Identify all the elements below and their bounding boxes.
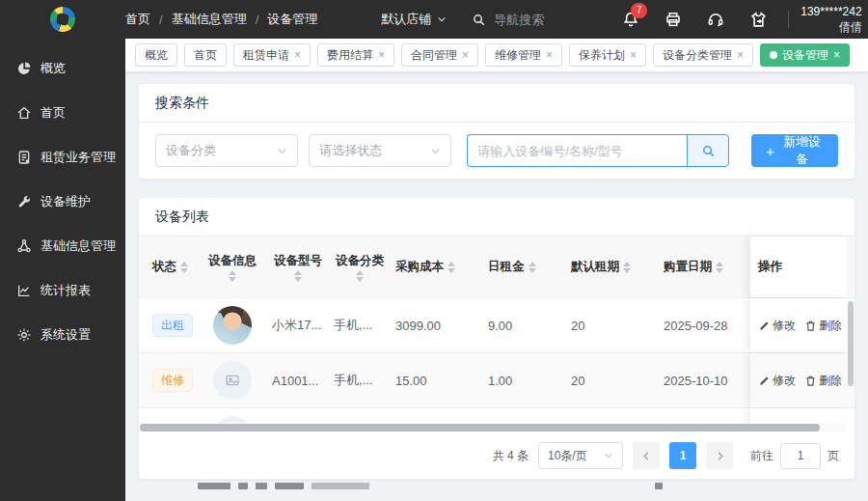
sidebar-item-base-info[interactable]: 基础信息管理 [0, 224, 125, 268]
col-status[interactable]: 状态 [139, 259, 203, 275]
sidebar-item-device-maintain[interactable]: 设备维护 [0, 180, 125, 224]
device-category-select[interactable]: 设备分类 [155, 134, 298, 167]
sort-carets-icon[interactable] [529, 262, 536, 273]
theme-switch-button[interactable] [749, 11, 768, 29]
sort-carets-icon[interactable] [294, 270, 302, 282]
horizontal-scrollbar[interactable] [139, 423, 847, 432]
cell-actions: 修改 删除 [750, 298, 847, 352]
user-info[interactable]: 139*****242 倩倩 [800, 4, 861, 35]
nav-search-input[interactable] [494, 13, 610, 27]
support-button[interactable] [707, 11, 724, 28]
sidebar-item-settings[interactable]: 系统设置 [0, 313, 125, 357]
close-icon[interactable]: × [294, 49, 301, 61]
select-placeholder: 设备分类 [166, 142, 216, 159]
sort-carets-icon[interactable] [623, 262, 631, 273]
page-content: 搜索条件 设备分类 请选择状态 [125, 72, 868, 501]
notifications-button[interactable]: 7 [622, 11, 639, 28]
sidebar-item-label: 租赁业务管理 [41, 149, 116, 166]
table-row[interactable]: 出租 iP...14 平板电... 4999.00 19.00 20 [139, 408, 854, 423]
col-label: 日租金 [488, 259, 525, 275]
scrollbar-thumb[interactable] [140, 424, 820, 431]
sort-carets-icon[interactable] [356, 270, 364, 282]
col-label: 默认租期 [571, 259, 619, 275]
page-number-button[interactable]: 1 [669, 442, 696, 469]
table-row[interactable]: 出租 小米17... 手机,... 3099.00 9.00 20 2025-0… [139, 298, 854, 353]
store-selector-label: 默认店铺 [381, 11, 431, 28]
delete-button[interactable]: 删除 [804, 373, 842, 389]
vertical-scrollbar-thumb[interactable] [848, 301, 854, 386]
col-label: 状态 [152, 259, 176, 275]
close-icon[interactable]: × [546, 49, 553, 61]
clipped-row-container: 出租 iP...14 平板电... 4999.00 19.00 20 [139, 408, 854, 423]
sort-carets-icon[interactable] [716, 262, 723, 273]
col-purchase-date[interactable]: 购置日期 [654, 259, 752, 275]
cell-default-period: 20 [561, 319, 654, 333]
col-device-category[interactable]: 设备分类 [324, 253, 386, 282]
notification-badge: 7 [631, 3, 647, 18]
goto-page: 前往 页 [750, 443, 839, 469]
sidebar-item-home[interactable]: 首页 [0, 91, 125, 135]
active-dot-icon [770, 51, 777, 59]
tab-home[interactable]: 首页 [184, 43, 227, 67]
close-icon[interactable]: × [378, 49, 385, 61]
pie-chart-icon [16, 61, 32, 76]
tab-contract-mgmt[interactable]: 合同管理× [401, 43, 478, 67]
col-default-period[interactable]: 默认租期 [561, 259, 654, 275]
prev-page-button[interactable] [633, 442, 660, 469]
tab-repair-mgmt[interactable]: 维修管理× [485, 43, 562, 67]
sidebar-item-rental-mgmt[interactable]: 租赁业务管理 [0, 135, 125, 180]
sort-carets-icon[interactable] [229, 270, 236, 282]
tab-device-mgmt[interactable]: 设备管理× [760, 43, 850, 67]
print-button[interactable] [665, 11, 682, 28]
search-button[interactable] [687, 134, 729, 167]
goto-page-input[interactable] [780, 443, 821, 469]
col-device-info[interactable]: 设备信息 [203, 253, 262, 282]
next-page-button[interactable] [706, 442, 733, 469]
edit-button[interactable]: 修改 [758, 373, 796, 389]
store-selector[interactable]: 默认店铺 [381, 11, 447, 28]
add-device-button[interactable]: + 新增设备 [751, 134, 838, 167]
tab-label: 设备管理 [782, 47, 828, 64]
tab-device-category[interactable]: 设备分类管理× [653, 43, 753, 67]
tab-fee-settle[interactable]: 费用结算× [317, 43, 394, 67]
close-icon[interactable]: × [833, 49, 840, 61]
col-label: 设备型号 [274, 253, 322, 269]
col-label: 购置日期 [664, 259, 712, 275]
sort-carets-icon[interactable] [448, 262, 455, 273]
edit-button[interactable]: 修改 [758, 318, 796, 334]
sidebar-item-label: 统计报表 [41, 282, 91, 299]
goto-label: 前往 [750, 448, 773, 464]
cell-purchase-cost: 3099.00 [386, 319, 478, 333]
tab-maintenance-plan[interactable]: 保养计划× [569, 43, 646, 67]
col-label: 采购成本 [395, 259, 444, 275]
pencil-icon [758, 375, 771, 387]
nav-search[interactable] [472, 13, 610, 27]
app-logo[interactable] [0, 7, 125, 32]
col-purchase-cost[interactable]: 采购成本 [386, 259, 478, 275]
topbar-actions: 7 139*****242 倩倩 [610, 4, 868, 35]
close-icon[interactable]: × [630, 49, 637, 61]
sidebar-item-reports[interactable]: 统计报表 [0, 268, 125, 313]
sidebar-item-label: 基础信息管理 [41, 237, 116, 255]
close-icon[interactable]: × [737, 49, 744, 61]
breadcrumb-home[interactable]: 首页 [125, 11, 150, 28]
delete-button[interactable]: 删除 [804, 318, 842, 334]
home-icon [16, 105, 32, 121]
device-photo[interactable] [213, 306, 252, 345]
keyword-input[interactable] [467, 134, 687, 167]
page-size-select[interactable]: 10条/页 [538, 442, 623, 469]
close-icon[interactable]: × [462, 49, 469, 61]
sidebar-item-overview[interactable]: 概览 [0, 46, 125, 91]
table-row[interactable]: 维修 A1001... 手机,... 15.00 1.00 20 2025-10… [139, 353, 854, 408]
cell-device-category: 手机,... [324, 372, 386, 389]
tab-overview[interactable]: 概览 [135, 43, 177, 67]
device-status-select[interactable]: 请选择状态 [309, 134, 451, 167]
logo-icon [50, 7, 75, 32]
col-daily-rent[interactable]: 日租金 [478, 259, 561, 275]
tab-rental-apply[interactable]: 租赁申请× [233, 43, 311, 67]
page-size-label: 10条/页 [548, 448, 587, 464]
col-device-model[interactable]: 设备型号 [262, 253, 324, 282]
device-table: 状态 设备信息 设备型号 设备分类 [139, 237, 854, 432]
sort-carets-icon[interactable] [180, 262, 188, 273]
breadcrumb-base-info[interactable]: 基础信息管理 [172, 11, 247, 28]
